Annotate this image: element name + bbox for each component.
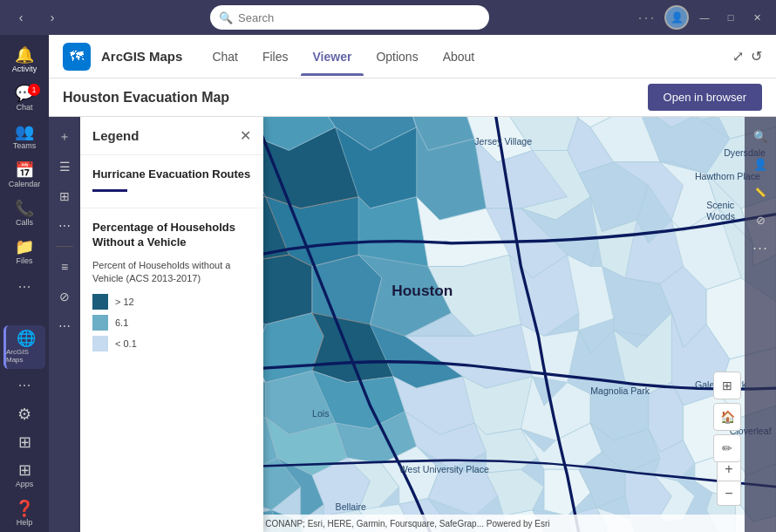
evacuation-route-symbol — [92, 189, 127, 192]
calls-icon: 📞 — [15, 201, 34, 216]
sidebar-item-chat[interactable]: 1 💬 Chat — [3, 80, 45, 117]
tool-separator — [56, 246, 73, 247]
sidebar-item-files[interactable]: 📁 Files — [3, 234, 45, 270]
sidebar-item-label: Activity — [12, 65, 37, 73]
logo-icon: 🗺 — [70, 49, 84, 65]
color-swatch-high — [92, 294, 108, 310]
sidebar-item-label: Help — [17, 518, 33, 527]
legend-header: Legend ✕ — [80, 117, 263, 155]
legend-item-low: < 0.1 — [92, 336, 251, 351]
svg-text:Woods: Woods — [706, 211, 735, 222]
sidebar-item-calendar[interactable]: 📅 Calendar — [3, 157, 45, 194]
home-button[interactable]: 🏠 — [713, 403, 741, 431]
arcgis-icon: 🌐 — [17, 331, 36, 346]
legend-section-evacuation: Hurricane Evacuation Routes — [80, 155, 263, 208]
app-name: ArcGIS Maps — [101, 49, 182, 64]
legend-close-button[interactable]: ✕ — [240, 127, 251, 144]
legend-gradient: > 12 6.1 < 0.1 — [92, 294, 251, 351]
legend-label-low: < 0.1 — [115, 338, 137, 349]
sidebar-item-label: Apps — [16, 480, 34, 488]
search-input[interactable] — [238, 11, 480, 24]
share-icon[interactable]: ⤢ — [732, 48, 744, 65]
filter-tool-right[interactable]: ⊘ — [748, 208, 773, 232]
legend-section-households: Percentage of Households Without a Vehic… — [80, 208, 263, 365]
svg-text:Magnolia Park: Magnolia Park — [590, 385, 650, 396]
sidebar-item-label: ArcGIS Maps — [6, 348, 45, 364]
open-browser-button[interactable]: Open in browser — [648, 84, 762, 111]
filter-tool[interactable]: ⊘ — [51, 283, 78, 310]
map-title: Houston Evacuation Map — [63, 90, 641, 106]
teams-icon: 👥 — [15, 124, 34, 140]
svg-text:Lois: Lois — [312, 408, 330, 419]
color-swatch-mid — [92, 315, 108, 331]
add-layer-tool[interactable]: ＋ — [51, 124, 78, 150]
edit-button[interactable]: ✏ — [713, 434, 741, 462]
sidebar-item-arcgis[interactable]: 🌐 ArcGIS Maps — [3, 325, 45, 369]
sidebar-item-dots-bottom[interactable]: ··· — [3, 371, 45, 399]
back-button[interactable]: ‹ — [9, 5, 33, 30]
tab-about[interactable]: About — [431, 38, 487, 76]
avatar[interactable]: 👤 — [664, 5, 689, 30]
close-button[interactable]: ✕ — [746, 7, 767, 28]
sidebar-item-activity[interactable]: 🔔 Activity — [3, 42, 45, 78]
color-swatch-low — [92, 336, 108, 351]
legend-panel: Legend ✕ Hurricane Evacuation Routes Per… — [80, 117, 263, 532]
square-icon: ⊞ — [18, 434, 31, 450]
teams-sidebar: 🔔 Activity 1 💬 Chat 👥 Teams 📅 Calendar 📞… — [0, 35, 49, 532]
legend-sub-label: Percent of Households without a Vehicle … — [92, 259, 251, 286]
sidebar-item-help[interactable]: ❓ Help — [3, 495, 45, 532]
header-icons: ⤢ ↺ — [732, 48, 762, 65]
map-container: ＋ ☰ ⊞ ⋯ ≡ ⊘ ⋯ Legend ✕ — [49, 117, 776, 532]
person-tool[interactable]: 👤 — [748, 152, 773, 176]
search-icon: 🔍 — [219, 11, 233, 24]
forward-button[interactable]: › — [40, 5, 65, 30]
dots-icon: ··· — [17, 277, 31, 296]
settings-icon: ⚙ — [17, 406, 31, 422]
main-content: 🗺 ArcGIS Maps Chat Files Viewer Options … — [49, 35, 776, 532]
legend-layer-title-evacuation: Hurricane Evacuation Routes — [92, 167, 251, 182]
sidebar-item-dots-top[interactable]: ··· — [3, 272, 45, 301]
ruler-tool[interactable]: 📏 — [748, 180, 773, 204]
dots-icon: ··· — [17, 376, 31, 394]
app-header: 🗺 ArcGIS Maps Chat Files Viewer Options … — [49, 35, 776, 78]
legend-tool[interactable]: ≡ — [51, 254, 78, 280]
map-right-controls: 🔍 👤 📏 ⊘ ··· — [745, 117, 776, 532]
viewer-toolbar: Houston Evacuation Map Open in browser — [49, 78, 776, 117]
sidebar-item-label: Calendar — [9, 180, 41, 188]
refresh-icon[interactable]: ↺ — [751, 48, 762, 65]
sidebar-item-teams[interactable]: 👥 Teams — [3, 119, 45, 155]
layers-tool[interactable]: ☰ — [51, 153, 78, 180]
sidebar-item-apps[interactable]: ⊞ Apps — [3, 457, 45, 494]
chat-badge: 1 — [28, 84, 40, 96]
sidebar-item-square[interactable]: ⊞ — [3, 429, 45, 455]
more-tools-1[interactable]: ⋯ — [51, 213, 78, 239]
legend-label-high: > 12 — [115, 297, 134, 307]
grid-tool[interactable]: ⊞ — [51, 183, 78, 209]
more-tools-2[interactable]: ⋯ — [51, 313, 78, 339]
legend-label-mid: 6.1 — [115, 317, 128, 328]
sidebar-item-settings[interactable]: ⚙ — [3, 401, 45, 427]
calendar-icon: 📅 — [15, 162, 34, 178]
minimize-button[interactable]: — — [694, 7, 715, 28]
tab-chat[interactable]: Chat — [200, 38, 250, 76]
tab-options[interactable]: Options — [364, 38, 430, 76]
svg-text:West University Place: West University Place — [399, 464, 489, 474]
more-options-button[interactable]: ··· — [635, 5, 659, 30]
search-bar[interactable]: 🔍 — [210, 5, 489, 30]
tab-files[interactable]: Files — [250, 38, 301, 76]
basemap-button[interactable]: ⊞ — [713, 372, 741, 399]
tab-viewer[interactable]: Viewer — [301, 38, 364, 76]
files-icon: 📁 — [15, 239, 34, 255]
search-tool[interactable]: 🔍 — [748, 124, 773, 148]
svg-text:Bellaire: Bellaire — [336, 501, 367, 512]
zoom-out-button[interactable]: − — [717, 481, 741, 506]
legend-item-mid: 6.1 — [92, 315, 251, 331]
maximize-button[interactable]: □ — [720, 7, 741, 28]
svg-text:Jersey Village: Jersey Village — [474, 136, 532, 147]
svg-text:Scenic: Scenic — [706, 200, 735, 210]
title-bar-left: ‹ › — [9, 5, 65, 30]
sidebar-item-label: Teams — [13, 141, 37, 150]
sidebar-item-calls[interactable]: 📞 Calls — [3, 195, 45, 232]
title-bar-right: ··· 👤 — □ ✕ — [635, 5, 767, 30]
more-right[interactable]: ··· — [748, 235, 773, 260]
